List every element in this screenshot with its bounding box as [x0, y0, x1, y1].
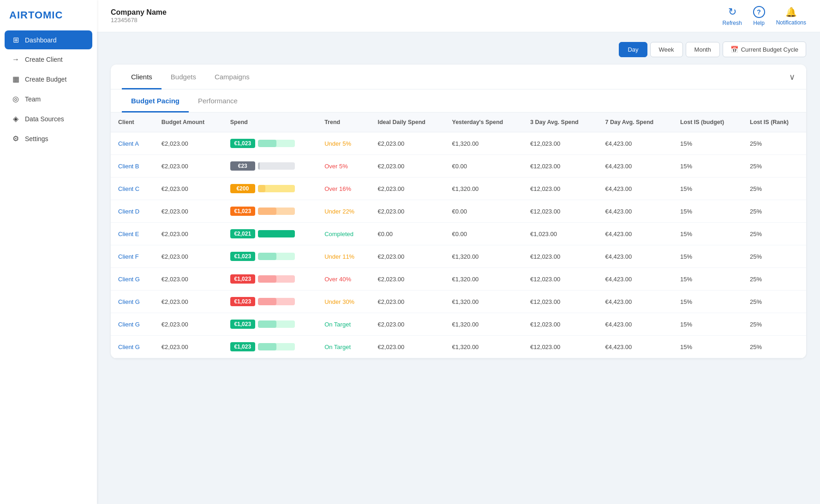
sidebar-item-label: Team	[25, 95, 41, 103]
client-link[interactable]: Client G	[118, 344, 140, 350]
spend-bar-cell: €1,023	[230, 207, 310, 216]
sidebar-item-label: Dashboard	[25, 36, 57, 44]
client-link[interactable]: Client C	[118, 185, 139, 192]
spend-bar-bg	[258, 208, 295, 215]
spend-bar-cell: €1,023	[230, 139, 310, 148]
spend-bar-bg	[258, 162, 295, 170]
table-row: Client F€2,023.00 €1,023 Under 11%€2,023…	[111, 245, 806, 268]
sub-tab-performance[interactable]: Performance	[189, 89, 247, 113]
spend-bar-fill	[258, 140, 276, 147]
tab-clients[interactable]: Clients	[122, 65, 162, 89]
spend-bar-cell: €1,023	[230, 252, 310, 261]
sidebar-item-team[interactable]: ◎Team	[5, 89, 92, 108]
period-month-button[interactable]: Month	[686, 42, 720, 57]
sidebar-item-create-budget[interactable]: ▦Create Budget	[5, 70, 92, 89]
table-row: Client G€2,023.00 €1,023 Over 40%€2,023.…	[111, 268, 806, 291]
spend-bar-fill	[258, 298, 276, 305]
client-link[interactable]: Client G	[118, 276, 140, 283]
spend-bar-fill	[258, 208, 276, 215]
table-row: Client G€2,023.00 €1,023 On Target€2,023…	[111, 336, 806, 358]
trend-value: Under 22%	[324, 208, 354, 215]
sidebar-item-data-sources[interactable]: ◈Data Sources	[5, 109, 92, 128]
tab-campaigns[interactable]: Campaigns	[205, 65, 259, 89]
col-header: 7 Day Avg. Spend	[598, 113, 673, 132]
content-area: Day Week Month 📅 Current Budget Cycle Cl…	[97, 32, 820, 504]
client-link[interactable]: Client D	[118, 208, 139, 215]
notifications-action[interactable]: 🔔 Notifications	[776, 6, 806, 26]
topbar: Company Name 12345678 ↻ Refresh ? Help 🔔…	[97, 0, 820, 32]
sidebar-item-dashboard[interactable]: ⊞Dashboard	[5, 30, 92, 49]
col-header: Spend	[223, 113, 317, 132]
sub-tab-budget-pacing[interactable]: Budget Pacing	[122, 89, 189, 113]
client-link[interactable]: Client A	[118, 140, 139, 147]
data-table: ClientBudget AmountSpendTrendIdeal Daily…	[111, 113, 806, 358]
help-label: Help	[753, 20, 765, 26]
spend-bar-bg	[258, 275, 295, 283]
spend-label: €2,021	[230, 229, 255, 238]
spend-bar-cell: €2,021	[230, 229, 310, 238]
create-client-icon: →	[11, 55, 20, 64]
spend-bar-cell: €1,023	[230, 342, 310, 351]
trend-value: Under 5%	[324, 140, 351, 147]
spend-bar-cell: €200	[230, 184, 310, 193]
period-day-button[interactable]: Day	[619, 42, 647, 57]
main-tabs: Clients Budgets Campaigns ∨	[111, 65, 806, 89]
spend-bar-bg	[258, 230, 295, 237]
spend-bar-fill	[258, 320, 276, 328]
spend-label: €1,023	[230, 274, 255, 284]
cycle-label: Current Budget Cycle	[741, 46, 798, 53]
spend-label: €23	[230, 161, 255, 171]
spend-label: €200	[230, 184, 255, 193]
spend-label: €1,023	[230, 252, 255, 261]
dashboard-icon: ⊞	[11, 36, 20, 44]
spend-bar-bg	[258, 253, 295, 260]
client-link[interactable]: Client E	[118, 231, 139, 237]
help-icon: ?	[753, 6, 765, 18]
col-header: 3 Day Avg. Spend	[523, 113, 598, 132]
period-week-button[interactable]: Week	[650, 42, 683, 57]
table-row: Client C€2,023.00 €200 Over 16%€2,023.00…	[111, 178, 806, 200]
sidebar-item-label: Create Budget	[25, 76, 66, 83]
client-link[interactable]: Client F	[118, 253, 139, 260]
sub-tabs: Budget Pacing Performance	[111, 89, 806, 113]
sidebar-item-label: Create Client	[25, 56, 63, 63]
sidebar-item-create-client[interactable]: →Create Client	[5, 50, 92, 69]
spend-bar-fill	[258, 230, 294, 237]
topbar-company-info: Company Name 12345678	[111, 8, 167, 24]
col-header: Client	[111, 113, 154, 132]
table-row: Client B€2,023.00 €23 Over 5%€2,023.00€0…	[111, 155, 806, 178]
settings-icon: ⚙	[11, 134, 20, 143]
spend-bar-bg	[258, 298, 295, 305]
budget-pacing-table: ClientBudget AmountSpendTrendIdeal Daily…	[111, 113, 806, 358]
col-header: Budget Amount	[154, 113, 223, 132]
spend-bar-cell: €1,023	[230, 297, 310, 306]
help-action[interactable]: ? Help	[753, 6, 765, 26]
chevron-down-icon[interactable]: ∨	[789, 72, 795, 82]
period-cycle-button[interactable]: 📅 Current Budget Cycle	[723, 42, 806, 57]
col-header: Ideal Daily Spend	[370, 113, 444, 132]
sidebar: AIRTOMIC ⊞Dashboard→Create Client▦Create…	[0, 0, 97, 504]
trend-value: On Target	[324, 344, 351, 350]
table-row: Client A€2,023.00 €1,023 Under 5%€2,023.…	[111, 132, 806, 155]
refresh-action[interactable]: ↻ Refresh	[723, 6, 742, 26]
trend-value: Over 5%	[324, 163, 348, 170]
trend-value: Over 40%	[324, 276, 351, 283]
spend-bar-bg	[258, 320, 295, 328]
sidebar-nav: ⊞Dashboard→Create Client▦Create Budget◎T…	[0, 30, 97, 148]
trend-value: Under 30%	[324, 298, 354, 305]
client-link[interactable]: Client B	[118, 163, 139, 170]
sidebar-item-settings[interactable]: ⚙Settings	[5, 129, 92, 148]
client-link[interactable]: Client G	[118, 321, 140, 328]
table-row: Client E€2,023.00 €2,021 Completed€0.00€…	[111, 223, 806, 245]
trend-value: Under 11%	[324, 253, 354, 260]
client-link[interactable]: Client G	[118, 298, 140, 305]
tab-budgets[interactable]: Budgets	[162, 65, 205, 89]
data-sources-icon: ◈	[11, 114, 20, 123]
sidebar-item-label: Data Sources	[25, 115, 64, 123]
spend-bar-fill	[258, 343, 276, 350]
spend-bar-bg	[258, 185, 295, 192]
spend-bar-fill	[258, 275, 276, 283]
table-row: Client D€2,023.00 €1,023 Under 22%€2,023…	[111, 200, 806, 223]
spend-bar-fill	[258, 253, 276, 260]
bell-icon: 🔔	[785, 6, 797, 18]
